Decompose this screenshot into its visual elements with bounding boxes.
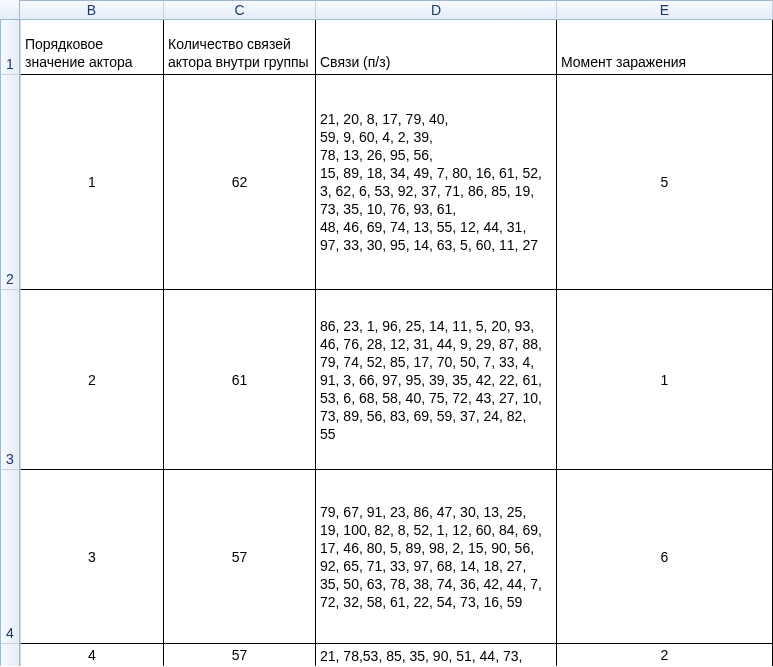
cell-E1[interactable]: Момент заражения xyxy=(557,20,773,75)
col-header-E[interactable]: E xyxy=(557,0,773,20)
cell-B1[interactable]: Порядковое значение актора xyxy=(20,20,164,75)
col-header-D[interactable]: D xyxy=(316,0,557,20)
cell-C5[interactable]: 57 xyxy=(164,644,316,666)
cell-C3[interactable]: 61 xyxy=(164,290,316,470)
cell-D2[interactable]: 21, 20, 8, 17, 79, 40, 59, 9, 60, 4, 2, … xyxy=(316,75,557,290)
cell-E3[interactable]: 1 xyxy=(557,290,773,470)
cell-E4[interactable]: 6 xyxy=(557,470,773,644)
cell-D4[interactable]: 79, 67, 91, 23, 86, 47, 30, 13, 25, 19, … xyxy=(316,470,557,644)
cell-E5[interactable]: 2 xyxy=(557,644,773,666)
select-all-corner[interactable] xyxy=(0,0,20,20)
cell-C1[interactable]: Количество связей актора внутри группы xyxy=(164,20,316,75)
col-header-B[interactable]: B xyxy=(20,0,164,20)
row-header-2[interactable]: 2 xyxy=(0,75,20,290)
row-header-1[interactable]: 1 xyxy=(0,20,20,75)
spreadsheet-grid[interactable]: B C D E 1 Порядковое значение актора Кол… xyxy=(0,0,773,666)
cell-C4[interactable]: 57 xyxy=(164,470,316,644)
row-header-5[interactable] xyxy=(0,644,20,666)
cell-D5[interactable]: 21, 78,53, 85, 35, 90, 51, 44, 73, xyxy=(316,644,557,666)
row-header-3[interactable]: 3 xyxy=(0,290,20,470)
cell-B4[interactable]: 3 xyxy=(20,470,164,644)
col-header-C[interactable]: C xyxy=(164,0,316,20)
cell-D1[interactable]: Связи (п/з) xyxy=(316,20,557,75)
cell-C2[interactable]: 62 xyxy=(164,75,316,290)
cell-D3[interactable]: 86, 23, 1, 96, 25, 14, 11, 5, 20, 93, 46… xyxy=(316,290,557,470)
cell-B3[interactable]: 2 xyxy=(20,290,164,470)
cell-B5[interactable]: 4 xyxy=(20,644,164,666)
cell-E2[interactable]: 5 xyxy=(557,75,773,290)
row-header-4[interactable]: 4 xyxy=(0,470,20,644)
cell-B2[interactable]: 1 xyxy=(20,75,164,290)
